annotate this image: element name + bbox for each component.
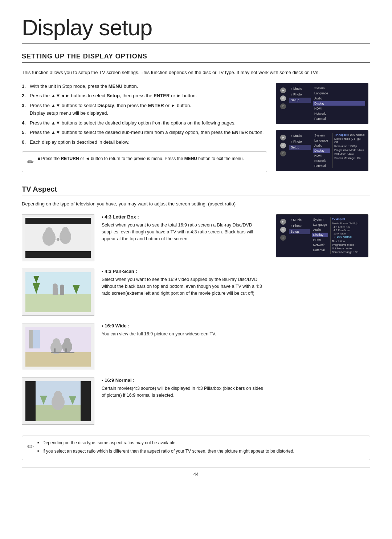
tv-icon-gear: ⚙ bbox=[280, 95, 286, 101]
page-number: 44 bbox=[22, 467, 370, 477]
page-title: Display setup bbox=[22, 15, 370, 44]
svg-rect-31 bbox=[65, 348, 67, 353]
menu-setup-2: Setup bbox=[289, 145, 311, 150]
s2-system: System bbox=[313, 133, 330, 138]
menu-music-3: ↑ Music bbox=[289, 217, 310, 222]
s3-movie-frame: Movie Frame (24 Fg) : bbox=[332, 222, 365, 225]
aspect-desc-letter-box: Select when you want to see the total 16… bbox=[102, 222, 267, 243]
s3-display: Display bbox=[312, 233, 328, 237]
svg-normal bbox=[25, 381, 91, 421]
svg-rect-34 bbox=[81, 381, 91, 421]
submenu-parental: Parental bbox=[313, 117, 365, 121]
intro-text: This function allows you to setup the TV… bbox=[22, 69, 370, 76]
aspect-row-normal: • 16:9 Normal : Certain movies(4:3 sourc… bbox=[22, 377, 267, 425]
s3-hdmi: HDMI bbox=[312, 238, 328, 242]
svg-rect-21 bbox=[25, 352, 91, 367]
svg-pan-scan bbox=[25, 272, 91, 312]
svg-point-39 bbox=[54, 391, 62, 399]
opt-normal: ✓ 16:9 Normal bbox=[334, 235, 365, 238]
opt-wide: 16:9 Wide bbox=[334, 232, 365, 235]
aspect-title-pan-scan: • 4:3 Pan-Scan : bbox=[102, 269, 267, 274]
aspect-layout: • 4:3 Letter Box : Select when you want … bbox=[22, 214, 370, 432]
step-5: 5. Press the ▲▼ buttons to select the de… bbox=[22, 129, 267, 136]
svg-wide bbox=[25, 327, 91, 367]
note-item-1: Depending on the disc type, some aspect … bbox=[37, 440, 294, 446]
tv-icon-disc-3: ▶ bbox=[280, 219, 286, 225]
s3-resolution: Resolution : bbox=[332, 240, 365, 243]
aspect-title-normal: • 16:9 Normal : bbox=[102, 377, 267, 383]
menu-music-2: ↑ Music bbox=[289, 133, 311, 138]
tv-screenshot-1: ▶ ⚙ □ ↑ Music ↑ Photo Setup System Langu… bbox=[276, 83, 368, 124]
aspect-desc-wide: You can view the full 16:9 picture on yo… bbox=[102, 331, 267, 338]
opt-pan-scan: 4:3 Pan-Scan bbox=[334, 229, 365, 232]
illustration-wide bbox=[22, 323, 94, 370]
svg-rect-11 bbox=[25, 294, 91, 312]
svg-point-26 bbox=[53, 338, 60, 346]
s3-network: Network bbox=[312, 243, 328, 247]
section-title: Setting up the display options bbox=[22, 53, 370, 63]
svg-rect-1 bbox=[25, 218, 91, 224]
step-1: 1. With the unit in Stop mode, press the… bbox=[22, 83, 267, 90]
submenu-hdmi: HDMI bbox=[313, 106, 365, 111]
submenu-network: Network bbox=[313, 111, 365, 116]
s2-movie-frame: Movie Frame (24 Fg) : Off bbox=[334, 137, 365, 144]
step-6: 6. Each display option is described in d… bbox=[22, 139, 267, 146]
aspect-options-col: • 4:3 Letter Box : Select when you want … bbox=[22, 214, 267, 432]
aspect-content-normal: • 16:9 Normal : Certain movies(4:3 sourc… bbox=[102, 377, 267, 399]
submenu-language: Language bbox=[313, 91, 365, 95]
svg-rect-30 bbox=[54, 348, 56, 353]
submenu-audio: Audio bbox=[313, 96, 365, 101]
s2-progressive: Progressive Mode : Auto bbox=[334, 148, 365, 152]
svg-letter-box bbox=[25, 218, 91, 258]
submenu-system: System bbox=[313, 86, 365, 90]
step-2: 2. Press the ▲▼◄► buttons to select Setu… bbox=[22, 92, 267, 100]
opt-letter-box: 4:3 Letter Box bbox=[334, 225, 365, 229]
svg-rect-24 bbox=[29, 330, 33, 348]
aspect-title-letter-box: • 4:3 Letter Box : bbox=[102, 214, 267, 220]
tv-icon-screen-3: □ bbox=[280, 235, 286, 241]
s2-still: Still Mode : Auto bbox=[334, 152, 365, 156]
s3-tv-aspect-label: TV Aspect bbox=[332, 217, 365, 221]
tv-icon-screen: □ bbox=[280, 103, 286, 109]
svg-rect-9 bbox=[57, 238, 59, 241]
tv-icon-gear-3: ⚙ bbox=[280, 227, 286, 233]
svg-point-5 bbox=[45, 227, 53, 234]
tv-icon-disc: ▶ bbox=[280, 87, 286, 93]
aspect-row-pan-scan: • 4:3 Pan-Scan : Select when you want to… bbox=[22, 269, 267, 316]
aspect-row-letter-box: • 4:3 Letter Box : Select when you want … bbox=[22, 214, 267, 261]
menu-setup: Setup bbox=[289, 98, 311, 103]
screenshots-column: ▶ ⚙ □ ↑ Music ↑ Photo Setup System Langu… bbox=[276, 83, 370, 180]
aspect-content-wide: • 16:9 Wide : You can view the full 16:9… bbox=[102, 323, 267, 338]
tv-screenshot-2: ▶ ⚙ □ ↑ Music ↑ Photo Setup System Langu… bbox=[276, 130, 368, 171]
tv-aspect-title: TV Aspect bbox=[22, 185, 370, 196]
submenu-display: Display bbox=[313, 101, 365, 106]
svg-point-28 bbox=[64, 338, 70, 344]
tv-aspect-screenshot: ▶ ⚙ □ ↑ Music ↑ Photo Setup System Langu… bbox=[276, 214, 368, 257]
tv-icon-gear-2: ⚙ bbox=[280, 143, 286, 148]
s3-screen-msg: Screen Message : On bbox=[332, 250, 365, 254]
note-item-2: If you select an aspect ratio which is d… bbox=[37, 448, 294, 455]
menu-music: ↑ Music bbox=[289, 86, 311, 91]
s3-language: Language bbox=[312, 222, 328, 227]
note-icon-2: ✏ bbox=[27, 440, 34, 453]
note-icon: ✏ bbox=[27, 156, 34, 168]
svg-point-7 bbox=[62, 227, 69, 233]
tv-icon-disc-2: ▶ bbox=[280, 135, 286, 140]
svg-rect-2 bbox=[25, 251, 91, 258]
svg-point-19 bbox=[60, 285, 64, 289]
s3-parental: Parental bbox=[312, 248, 328, 252]
s3-audio: Audio bbox=[312, 228, 328, 232]
note-box-1: ✏ ■ Press the RETURN or ◄ button to retu… bbox=[22, 151, 267, 172]
menu-setup-3: Setup bbox=[289, 229, 310, 234]
tv-icon-screen-2: □ bbox=[280, 151, 286, 156]
instructions-column: 1. With the unit in Stop mode, press the… bbox=[22, 83, 267, 180]
aspect-content-pan-scan: • 4:3 Pan-Scan : Select when you want to… bbox=[102, 269, 267, 297]
s3-options: 4:3 Letter Box 4:3 Pan-Scan 16:9 Wide ✓ … bbox=[332, 225, 365, 238]
note-text-1: ■ Press the RETURN or ◄ button to return… bbox=[37, 155, 244, 162]
step-4: 4. Press the ▲▼ buttons to select the de… bbox=[22, 119, 267, 127]
s2-display: Display bbox=[313, 148, 330, 153]
aspect-desc-pan-scan: Select when you want to see the 16:9 vid… bbox=[102, 276, 267, 297]
illustration-letter-box bbox=[22, 214, 94, 261]
tv-aspect-intro: Depending on the type of television you … bbox=[22, 200, 370, 208]
aspect-title-wide: • 16:9 Wide : bbox=[102, 323, 267, 328]
